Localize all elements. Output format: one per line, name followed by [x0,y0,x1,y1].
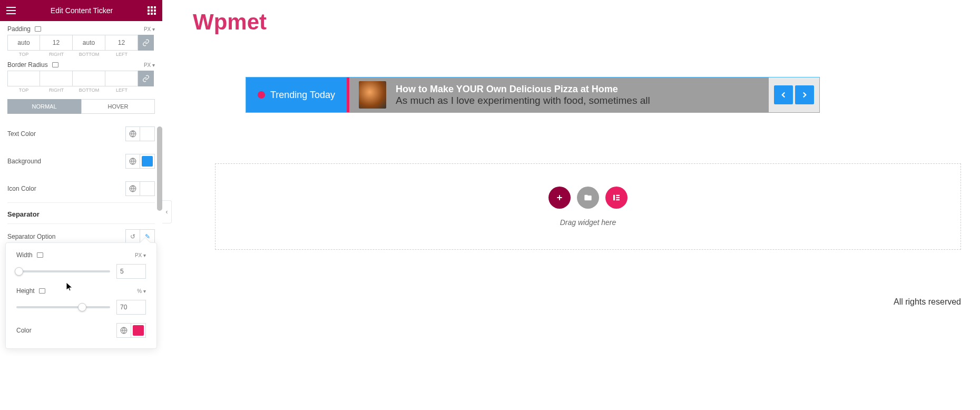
preview-area: Wpmet Trending Today How to Make YOUR Ow… [172,0,980,410]
sidebar-header: Edit Content Ticker [0,0,162,21]
svg-rect-8 [616,197,620,198]
radius-side-labels: TOPRIGHTBOTTOMLEFT [7,87,155,93]
desktop-icon[interactable] [39,288,45,294]
ticker-badge-text: Trending Today [270,90,335,101]
ticker-nav [769,77,819,112]
separator-option-label: Separator Option [7,233,55,240]
state-tabs: NORMAL HOVER [7,99,155,114]
undo-icon[interactable]: ↺ [125,229,140,244]
border-radius-row: Border Radius PX ▾ [7,57,155,71]
radius-right[interactable] [40,71,73,86]
width-unit[interactable]: PX ▾ [135,252,146,258]
ticker-title: How to Make YOUR Own Delicious Pizza at … [396,84,650,95]
scrollbar-thumb[interactable] [157,126,162,211]
color-label: Color [16,327,32,334]
next-button[interactable] [795,85,814,104]
border-radius-unit[interactable]: PX ▾ [144,62,155,68]
tab-normal[interactable]: NORMAL [7,99,81,114]
width-slider[interactable] [16,270,110,272]
folder-button[interactable] [577,187,599,209]
menu-icon[interactable] [6,7,16,14]
footer-text: All rights reserved [894,297,961,307]
sidebar-title: Edit Content Ticker [51,6,113,15]
separator-section: Separator [7,202,155,223]
tab-hover[interactable]: HOVER [81,99,155,114]
separator-color-swatch[interactable] [131,323,146,338]
prev-button[interactable] [774,85,793,104]
globe-icon[interactable] [125,126,140,141]
sidebar-scrollbar[interactable] [157,21,162,348]
svg-rect-6 [613,195,615,201]
padding-top[interactable] [7,35,40,51]
radius-link-button[interactable] [138,71,154,86]
width-slider-row [16,264,146,279]
add-widget-button[interactable] [548,187,571,209]
padding-side-labels: TOPRIGHTBOTTOMLEFT [7,52,155,57]
padding-inputs [7,35,138,51]
svg-rect-9 [616,199,620,200]
text-color-swatch[interactable] [140,126,155,141]
widget-dropzone[interactable]: Drag widget here [215,163,961,250]
width-input[interactable] [116,264,146,279]
badge-dot-icon [258,91,265,99]
width-label: Width [16,251,33,259]
padding-bottom[interactable] [73,35,105,51]
text-color-label: Text Color [7,130,36,138]
background-label: Background [7,158,41,165]
height-label: Height [16,287,35,295]
height-slider[interactable] [16,306,110,308]
globe-icon[interactable] [125,181,140,196]
height-input[interactable] [116,300,146,315]
color-row-pop: Color [16,323,146,338]
icon-color-label: Icon Color [7,185,36,192]
icon-color-swatch[interactable] [140,181,155,196]
height-slider-row [16,300,146,315]
padding-unit[interactable]: PX ▾ [144,26,155,32]
desktop-icon[interactable] [35,26,41,32]
text-color-row: Text Color [7,120,155,148]
background-swatch[interactable] [140,154,155,169]
ticker-thumbnail [359,81,386,109]
elementskit-button[interactable] [605,187,628,209]
ticker-body: How to Make YOUR Own Delicious Pizza at … [349,77,769,112]
radius-bottom[interactable] [73,71,105,86]
apps-icon[interactable] [148,6,156,15]
dropzone-buttons [548,187,628,209]
border-radius-inputs [7,71,138,86]
icon-color-row: Icon Color [7,175,155,202]
width-row: Width PX ▾ [16,251,146,259]
padding-row: Padding PX ▾ [7,21,155,35]
dropzone-text: Drag widget here [560,218,616,227]
desktop-icon[interactable] [52,62,58,67]
ticker-subtitle: As much as I love experimenting with foo… [396,95,650,106]
cursor-icon [66,282,73,292]
separator-popover: Width PX ▾ Height % ▾ Color [5,242,157,349]
height-row: Height % ▾ [16,287,146,295]
globe-icon[interactable] [125,154,140,169]
brand-title: Wpmet [193,9,961,35]
panel-content: Padding PX ▾ TOPRIGHTBOTTOMLEFT Border R… [0,21,162,410]
radius-top[interactable] [7,71,40,86]
globe-icon[interactable] [116,323,131,338]
height-unit[interactable]: % ▾ [137,288,146,294]
ticker-badge: Trending Today [246,77,347,112]
content-ticker: Trending Today How to Make YOUR Own Deli… [246,77,820,113]
padding-left[interactable] [105,35,138,51]
padding-label: Padding [7,25,31,33]
border-radius-label: Border Radius [7,61,48,69]
collapse-sidebar-button[interactable]: ‹ [162,200,172,223]
desktop-icon[interactable] [37,252,43,258]
padding-link-button[interactable] [138,35,154,51]
background-row: Background [7,148,155,175]
svg-rect-7 [616,195,620,196]
padding-right[interactable] [40,35,73,51]
radius-left[interactable] [105,71,138,86]
